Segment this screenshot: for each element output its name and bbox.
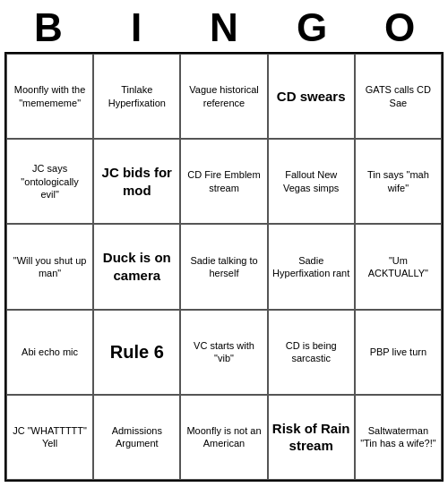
bingo-cell[interactable]: Moonfly is not an American: [180, 395, 267, 480]
bingo-cell[interactable]: "Um ACKTUALLY": [355, 224, 442, 309]
bingo-cell[interactable]: VC starts with "vib": [180, 310, 267, 395]
bingo-cell[interactable]: Rule 6: [93, 310, 180, 395]
bingo-cell[interactable]: Duck is on camera: [93, 224, 180, 309]
bingo-cell[interactable]: PBP live turn: [355, 310, 442, 395]
bingo-cell[interactable]: "Will you shut up man": [6, 224, 93, 309]
bingo-cell[interactable]: Saltwaterman "Tin has a wife?!": [355, 395, 442, 480]
bingo-cell[interactable]: JC says "ontologically evil": [6, 139, 93, 224]
bingo-cell[interactable]: CD swears: [268, 54, 355, 139]
bingo-cell[interactable]: Risk of Rain stream: [268, 395, 355, 480]
letter-b: B: [9, 5, 88, 50]
bingo-cell[interactable]: Fallout New Vegas simps: [268, 139, 355, 224]
bingo-cell[interactable]: CD Fire Emblem stream: [180, 139, 267, 224]
bingo-cell[interactable]: GATS calls CD Sae: [355, 54, 442, 139]
bingo-cell[interactable]: Tinlake Hyperfixation: [93, 54, 180, 139]
letter-o: O: [360, 5, 439, 50]
bingo-cell[interactable]: Sadie Hyperfixation rant: [268, 224, 355, 309]
bingo-cell[interactable]: Admissions Argument: [93, 395, 180, 480]
bingo-cell[interactable]: JC "WHATTTTT" Yell: [6, 395, 93, 480]
bingo-cell[interactable]: JC bids for mod: [93, 139, 180, 224]
letter-i: I: [97, 5, 176, 50]
bingo-cell[interactable]: Sadie talking to herself: [180, 224, 267, 309]
letter-g: G: [272, 5, 351, 50]
letter-n: N: [185, 5, 263, 50]
bingo-cell[interactable]: Moonfly with the "memememe": [6, 54, 93, 139]
bingo-cell[interactable]: Abi echo mic: [6, 310, 93, 395]
bingo-cell[interactable]: CD is being sarcastic: [268, 310, 355, 395]
bingo-cell[interactable]: Tin says "mah wife": [355, 139, 442, 224]
bingo-header: B I N G O: [4, 0, 444, 52]
bingo-cell[interactable]: Vague historical reference: [180, 54, 267, 139]
bingo-grid: Moonfly with the "memememe"Tinlake Hyper…: [4, 52, 444, 482]
